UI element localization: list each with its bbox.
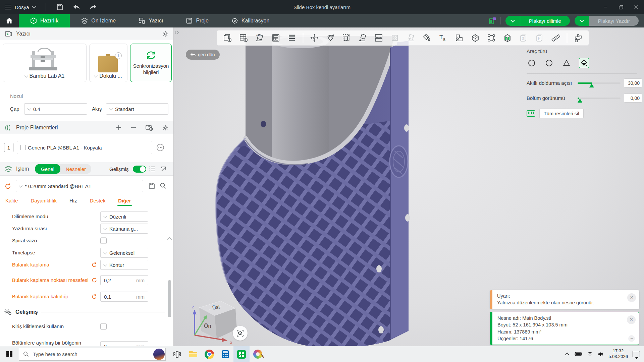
section-view-value[interactable]: 0,00 <box>624 94 642 103</box>
remove-filament-icon[interactable] <box>130 125 137 131</box>
close-icon[interactable]: ✕ <box>627 315 636 324</box>
filament-color-swatch[interactable] <box>20 145 26 150</box>
seam-paint-icon[interactable] <box>485 32 498 44</box>
redo-button[interactable] <box>88 2 99 12</box>
filament-more-icon[interactable] <box>156 143 164 152</box>
file-explorer-button[interactable] <box>185 346 201 362</box>
add-filament-icon[interactable] <box>116 125 122 131</box>
scroll-up-icon[interactable] <box>167 237 172 242</box>
plate-selector-icon[interactable] <box>489 17 496 24</box>
gizmo-front-label[interactable]: Ön <box>204 323 211 329</box>
ams-sync-icon[interactable] <box>145 124 153 131</box>
fuzzy-skin-select[interactable]: Kontur <box>100 260 148 270</box>
slice-dropdown[interactable] <box>505 16 520 26</box>
print-plate-button[interactable]: Plakayı Yazdır <box>575 16 639 26</box>
home-button[interactable] <box>0 14 19 27</box>
process-tab-support[interactable]: Destek <box>90 195 106 206</box>
preset-select[interactable]: * 0.20mm Standard @BBL A1 <box>16 180 143 192</box>
rotate-icon[interactable] <box>324 32 337 44</box>
plate-info-icon[interactable]: i <box>115 52 122 59</box>
sync-info-button[interactable]: Senkronizasyon bilgileri <box>130 44 172 82</box>
bambu-studio-button[interactable] <box>233 346 250 362</box>
view-snapshot-button[interactable] <box>233 326 248 341</box>
process-tab-quality[interactable]: Kalite <box>5 195 18 206</box>
tab-preview[interactable]: Ön İzleme <box>70 14 127 27</box>
print-sequence-select[interactable]: Katmana g... <box>100 224 148 234</box>
tray-expand-icon[interactable] <box>565 352 570 356</box>
tab-device[interactable]: Yazıcı <box>127 14 174 27</box>
sidebar-collapse-handle[interactable] <box>174 29 179 36</box>
split-plates-icon[interactable] <box>372 32 385 44</box>
negative-part-icon[interactable] <box>453 32 466 44</box>
settings-scrollbar[interactable] <box>167 237 172 362</box>
keyboard-shortcuts-icon[interactable] <box>527 110 535 117</box>
color-paint-icon[interactable] <box>421 32 433 44</box>
reset-value-icon[interactable] <box>92 262 97 268</box>
advanced-toggle[interactable] <box>133 166 146 173</box>
beam-interlocking-checkbox[interactable] <box>100 323 107 330</box>
volume-icon[interactable] <box>598 352 604 357</box>
slicing-mode-select[interactable]: Düzenli <box>100 212 148 222</box>
restore-button[interactable] <box>613 0 629 14</box>
close-button[interactable] <box>629 0 644 14</box>
tab-project[interactable]: Proje <box>174 14 220 27</box>
fuzzy-point-distance-input[interactable]: 0,2mm <box>100 275 148 285</box>
nozzle-diameter-select[interactable]: 0.4 <box>24 103 87 115</box>
calculator-button[interactable] <box>217 346 233 362</box>
view-list-icon[interactable] <box>149 166 156 172</box>
assembly-icon[interactable] <box>572 32 585 44</box>
triangle-tool-icon[interactable] <box>561 58 572 68</box>
fuzzy-skin-icon[interactable] <box>501 32 514 44</box>
slice-plate-button[interactable]: Plakayı dilimle <box>505 16 570 26</box>
flow-select[interactable]: Standart <box>106 103 168 115</box>
sphere-tool-icon[interactable] <box>544 58 554 68</box>
auto-orient-icon[interactable]: AUTO <box>253 32 266 44</box>
lay-flat-icon[interactable] <box>356 32 369 44</box>
segment-general[interactable]: Genel <box>35 164 60 174</box>
taskbar-clock[interactable]: 17:32 5.03.2026 <box>608 348 628 360</box>
move-icon[interactable] <box>308 32 321 44</box>
timelapse-select[interactable]: Geleneksel <box>100 248 148 258</box>
close-icon[interactable]: ✕ <box>627 293 636 302</box>
arrange-icon[interactable] <box>269 32 282 44</box>
compare-settings-icon[interactable] <box>160 166 167 172</box>
filament-combo[interactable]: Generic PLA @BBL A1 - Kopyala <box>17 141 152 154</box>
viewport-3d[interactable]: AUTO Ta 0 P geri dön <box>174 27 644 346</box>
reset-value-icon[interactable] <box>92 294 97 300</box>
measure-icon[interactable] <box>549 32 562 44</box>
printer-dropdown-chevron[interactable] <box>24 74 28 77</box>
scrollbar-thumb[interactable] <box>168 280 171 317</box>
go-back-button[interactable]: geri dön <box>186 50 220 60</box>
process-tab-others[interactable]: Diğer <box>118 195 131 206</box>
minimize-notification-icon[interactable]: − <box>628 335 635 342</box>
minimize-button[interactable] <box>598 0 613 14</box>
start-button[interactable] <box>0 346 19 362</box>
file-menu-button[interactable]: Dosya <box>0 0 40 14</box>
chrome-button[interactable] <box>201 346 217 362</box>
process-tab-strength[interactable]: Dayanıklılık <box>31 195 57 206</box>
segment-objects[interactable]: Nesneler <box>60 166 91 172</box>
undo-button[interactable] <box>71 2 82 12</box>
add-plate-icon[interactable] <box>237 32 250 44</box>
add-object-icon[interactable] <box>221 32 234 44</box>
printer-card[interactable]: Bambu Lab A1 <box>3 44 87 82</box>
paint-button[interactable] <box>250 346 266 362</box>
plate-dropdown-chevron[interactable] <box>94 74 98 77</box>
fill-angle-slider[interactable] <box>578 82 621 84</box>
split-objects-icon[interactable] <box>285 32 298 44</box>
printer-settings-gear-icon[interactable] <box>162 31 169 37</box>
text-icon[interactable]: Ta <box>437 32 449 44</box>
plate-card[interactable]: i Dokulu ... <box>89 44 127 82</box>
cut-icon[interactable] <box>469 32 482 44</box>
battery-icon[interactable] <box>574 352 582 356</box>
scale-icon[interactable] <box>340 32 353 44</box>
spiral-vase-checkbox[interactable] <box>100 238 107 244</box>
process-scope-segment[interactable]: Genel Nesneler <box>35 164 91 174</box>
save-button[interactable] <box>54 2 65 12</box>
taskbar-search[interactable]: Type here to search <box>19 348 166 361</box>
filament-settings-gear-icon[interactable] <box>162 124 169 131</box>
reset-value-icon[interactable] <box>92 278 97 283</box>
section-view-slider[interactable] <box>578 98 621 99</box>
fill-angle-value[interactable]: 30,00 <box>624 78 642 87</box>
search-highlight-image[interactable] <box>153 349 165 360</box>
